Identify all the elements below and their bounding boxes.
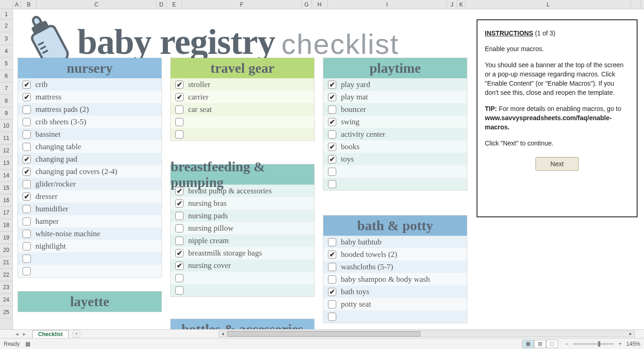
row-header[interactable]: 16 (0, 194, 12, 207)
row-header[interactable]: 12 (0, 145, 12, 157)
checkbox[interactable]: ✔ (328, 250, 336, 259)
row-header[interactable]: 8 (0, 95, 12, 107)
scroll-right-arrow[interactable]: ► (627, 331, 634, 337)
row-header[interactable]: 17 (0, 207, 12, 219)
checkbox[interactable] (23, 205, 31, 213)
column-header[interactable]: A (13, 0, 21, 9)
checkbox[interactable] (328, 130, 336, 139)
row-header[interactable]: 4 (0, 45, 12, 58)
view-normal-button[interactable]: ▦ (522, 340, 534, 348)
checkbox[interactable]: ✔ (23, 81, 31, 89)
checkbox[interactable] (23, 143, 31, 151)
checkbox[interactable]: ✔ (328, 143, 336, 151)
checkbox[interactable] (175, 212, 184, 220)
column-header[interactable] (631, 0, 641, 9)
checkbox[interactable] (175, 237, 184, 245)
checkbox[interactable] (175, 224, 184, 233)
checkbox[interactable] (23, 180, 31, 188)
row-header[interactable]: 7 (0, 82, 12, 95)
row-header[interactable]: 1 (0, 9, 12, 19)
row-header[interactable]: 18 (0, 219, 12, 232)
row-header[interactable]: 22 (0, 269, 12, 281)
view-page-layout-button[interactable]: ▥ (534, 340, 546, 348)
next-button[interactable]: Next (535, 157, 579, 171)
checkbox[interactable] (328, 300, 336, 308)
row-header[interactable]: 6 (0, 70, 12, 82)
checkbox[interactable] (328, 263, 336, 271)
column-header[interactable]: J (447, 0, 457, 9)
checkbox[interactable]: ✔ (175, 187, 184, 195)
scroll-thumb[interactable] (227, 331, 420, 337)
checkbox[interactable]: ✔ (175, 199, 184, 208)
checkbox[interactable] (23, 217, 31, 226)
column-header[interactable]: C (37, 0, 156, 9)
checkbox[interactable] (328, 168, 336, 176)
checkbox[interactable] (175, 118, 184, 126)
column-header[interactable]: K (457, 0, 466, 9)
row-header[interactable]: 13 (0, 157, 12, 169)
column-header[interactable]: L (466, 0, 631, 9)
checkbox[interactable] (175, 286, 184, 295)
macro-recorder-icon[interactable]: ▦ (25, 341, 30, 347)
checkbox[interactable]: ✔ (175, 262, 184, 270)
zoom-out-button[interactable]: − (564, 341, 570, 347)
view-page-break-button[interactable]: ▢ (546, 340, 558, 348)
checkbox[interactable] (23, 242, 31, 250)
row-header[interactable]: 14 (0, 169, 12, 182)
checkbox[interactable]: ✔ (328, 93, 336, 101)
checkbox[interactable] (23, 255, 31, 263)
zoom-slider[interactable] (573, 343, 614, 345)
checkbox[interactable]: ✔ (175, 93, 184, 101)
checkbox[interactable]: ✔ (175, 81, 184, 89)
add-sheet-button[interactable]: + (72, 330, 80, 338)
row-header[interactable]: 5 (0, 58, 12, 70)
checkbox[interactable] (328, 105, 336, 114)
row-header[interactable]: 24 (0, 294, 12, 306)
worksheet-area[interactable]: baby registry checklist nursery✔crib✔mat… (13, 9, 644, 329)
column-header[interactable]: D (156, 0, 167, 9)
zoom-in-button[interactable]: + (617, 341, 623, 347)
checkbox[interactable] (23, 118, 31, 126)
row-header[interactable]: 10 (0, 120, 12, 132)
checkbox[interactable] (175, 105, 184, 114)
checkbox[interactable] (328, 180, 336, 188)
row-header[interactable]: 20 (0, 244, 12, 256)
checkbox[interactable] (23, 230, 31, 238)
checkbox[interactable]: ✔ (328, 288, 336, 296)
row-header[interactable]: 25 (0, 306, 12, 319)
checkbox[interactable] (328, 275, 336, 284)
tab-nav-arrows[interactable]: ◄► (14, 332, 28, 337)
checkbox[interactable] (328, 238, 336, 246)
column-header[interactable]: B (21, 0, 37, 9)
column-header[interactable]: G (302, 0, 312, 9)
row-header[interactable]: 21 (0, 256, 12, 269)
select-all-corner[interactable] (0, 0, 13, 9)
column-header[interactable]: E (167, 0, 182, 9)
checkbox[interactable] (23, 105, 31, 114)
row-header[interactable]: 3 (0, 32, 12, 45)
checkbox[interactable]: ✔ (328, 155, 336, 163)
checkbox[interactable] (328, 313, 336, 321)
checkbox[interactable]: ✔ (175, 249, 184, 257)
scroll-left-arrow[interactable]: ◄ (219, 331, 226, 337)
horizontal-scrollbar[interactable]: ◄ ► (218, 331, 635, 337)
row-header[interactable]: 15 (0, 182, 12, 194)
row-header[interactable]: 23 (0, 281, 12, 294)
column-header[interactable]: I (328, 0, 447, 9)
row-header[interactable]: 11 (0, 132, 12, 145)
checkbox[interactable]: ✔ (23, 168, 31, 176)
checkbox[interactable] (23, 130, 31, 139)
checkbox[interactable] (23, 267, 31, 275)
row-header[interactable]: 2 (0, 19, 12, 32)
row-header[interactable]: 9 (0, 107, 12, 120)
checkbox[interactable]: ✔ (328, 81, 336, 89)
checkbox[interactable]: ✔ (328, 118, 336, 126)
column-header[interactable]: F (182, 0, 302, 9)
checkbox[interactable]: ✔ (23, 192, 31, 201)
row-header[interactable]: 19 (0, 232, 12, 244)
checkbox[interactable]: ✔ (23, 93, 31, 101)
sheet-tab-checklist[interactable]: Checklist (32, 330, 69, 338)
checkbox[interactable] (175, 274, 184, 282)
checkbox[interactable]: ✔ (23, 155, 31, 163)
column-header[interactable]: H (312, 0, 328, 9)
